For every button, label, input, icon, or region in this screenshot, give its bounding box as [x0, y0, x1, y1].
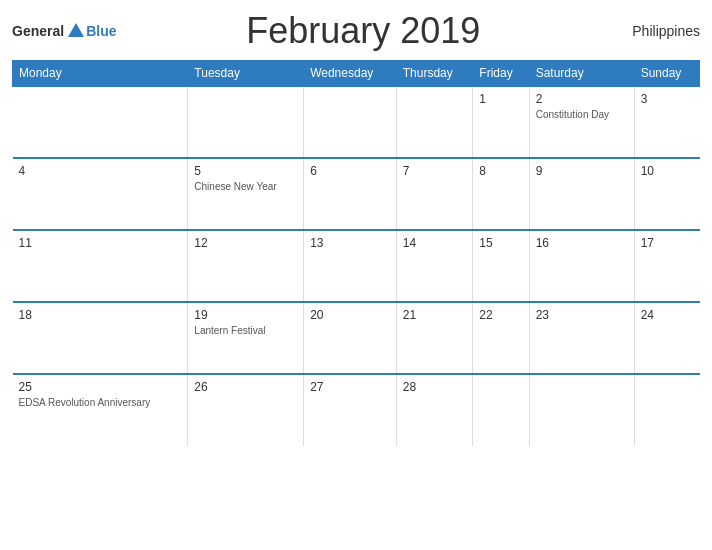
calendar-header: Monday Tuesday Wednesday Thursday Friday… — [13, 61, 700, 87]
calendar-cell: 24 — [634, 302, 699, 374]
calendar-cell: 5Chinese New Year — [188, 158, 304, 230]
col-thursday: Thursday — [396, 61, 473, 87]
day-number: 22 — [479, 308, 522, 322]
calendar-cell: 17 — [634, 230, 699, 302]
calendar-week-row: 11121314151617 — [13, 230, 700, 302]
day-number: 3 — [641, 92, 694, 106]
calendar-cell: 9 — [529, 158, 634, 230]
svg-marker-0 — [68, 23, 84, 37]
calendar-cell — [188, 86, 304, 158]
col-saturday: Saturday — [529, 61, 634, 87]
day-number: 28 — [403, 380, 467, 394]
day-number: 27 — [310, 380, 390, 394]
day-number: 10 — [641, 164, 694, 178]
day-number: 21 — [403, 308, 467, 322]
calendar-cell — [473, 374, 529, 446]
calendar-cell — [634, 374, 699, 446]
col-monday: Monday — [13, 61, 188, 87]
weekday-header-row: Monday Tuesday Wednesday Thursday Friday… — [13, 61, 700, 87]
calendar-cell — [396, 86, 473, 158]
calendar-week-row: 25EDSA Revolution Anniversary262728 — [13, 374, 700, 446]
calendar-cell — [529, 374, 634, 446]
calendar-cell: 20 — [304, 302, 397, 374]
day-number: 23 — [536, 308, 628, 322]
logo-general-text: General — [12, 23, 64, 39]
calendar-cell: 26 — [188, 374, 304, 446]
calendar-table: Monday Tuesday Wednesday Thursday Friday… — [12, 60, 700, 446]
calendar-title: February 2019 — [116, 10, 610, 52]
calendar-cell: 2Constitution Day — [529, 86, 634, 158]
day-number: 6 — [310, 164, 390, 178]
day-number: 25 — [19, 380, 182, 394]
day-number: 18 — [19, 308, 182, 322]
holiday-label: Lantern Festival — [194, 324, 297, 337]
col-sunday: Sunday — [634, 61, 699, 87]
day-number: 13 — [310, 236, 390, 250]
day-number: 7 — [403, 164, 467, 178]
calendar-week-row: 12Constitution Day3 — [13, 86, 700, 158]
calendar-cell: 13 — [304, 230, 397, 302]
calendar-cell: 7 — [396, 158, 473, 230]
calendar-cell: 28 — [396, 374, 473, 446]
day-number: 12 — [194, 236, 297, 250]
day-number: 8 — [479, 164, 522, 178]
day-number: 16 — [536, 236, 628, 250]
calendar-body: 12Constitution Day345Chinese New Year678… — [13, 86, 700, 446]
header: General Blue February 2019 Philippines — [12, 10, 700, 52]
calendar-cell: 22 — [473, 302, 529, 374]
calendar-cell: 3 — [634, 86, 699, 158]
day-number: 1 — [479, 92, 522, 106]
calendar-cell: 11 — [13, 230, 188, 302]
day-number: 20 — [310, 308, 390, 322]
calendar-cell: 6 — [304, 158, 397, 230]
day-number: 15 — [479, 236, 522, 250]
holiday-label: Chinese New Year — [194, 180, 297, 193]
country-label: Philippines — [610, 23, 700, 39]
col-friday: Friday — [473, 61, 529, 87]
day-number: 26 — [194, 380, 297, 394]
calendar-cell: 19Lantern Festival — [188, 302, 304, 374]
holiday-label: EDSA Revolution Anniversary — [19, 396, 182, 409]
calendar-cell: 15 — [473, 230, 529, 302]
calendar-week-row: 45Chinese New Year678910 — [13, 158, 700, 230]
logo: General Blue — [12, 21, 116, 41]
calendar-cell: 4 — [13, 158, 188, 230]
calendar-cell: 27 — [304, 374, 397, 446]
day-number: 14 — [403, 236, 467, 250]
day-number: 2 — [536, 92, 628, 106]
day-number: 5 — [194, 164, 297, 178]
calendar-cell: 16 — [529, 230, 634, 302]
page: General Blue February 2019 Philippines M… — [0, 0, 712, 550]
calendar-cell: 1 — [473, 86, 529, 158]
calendar-cell — [13, 86, 188, 158]
day-number: 9 — [536, 164, 628, 178]
holiday-label: Constitution Day — [536, 108, 628, 121]
col-tuesday: Tuesday — [188, 61, 304, 87]
day-number: 11 — [19, 236, 182, 250]
calendar-cell: 18 — [13, 302, 188, 374]
calendar-cell: 8 — [473, 158, 529, 230]
day-number: 24 — [641, 308, 694, 322]
calendar-cell: 12 — [188, 230, 304, 302]
day-number: 4 — [19, 164, 182, 178]
logo-blue-text: Blue — [86, 23, 116, 39]
calendar-week-row: 1819Lantern Festival2021222324 — [13, 302, 700, 374]
calendar-cell: 21 — [396, 302, 473, 374]
col-wednesday: Wednesday — [304, 61, 397, 87]
day-number: 19 — [194, 308, 297, 322]
calendar-cell: 23 — [529, 302, 634, 374]
calendar-cell: 14 — [396, 230, 473, 302]
day-number: 17 — [641, 236, 694, 250]
calendar-cell: 10 — [634, 158, 699, 230]
logo-icon — [66, 21, 86, 41]
calendar-cell: 25EDSA Revolution Anniversary — [13, 374, 188, 446]
calendar-cell — [304, 86, 397, 158]
